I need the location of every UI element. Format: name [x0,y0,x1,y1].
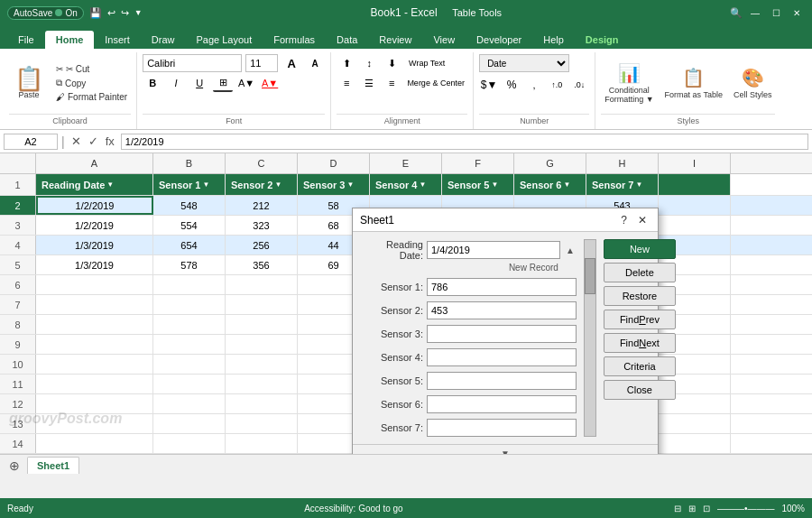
save-icon[interactable]: 💾 [89,7,102,19]
font-color-button[interactable]: A▼ [260,74,280,92]
new-record-button[interactable]: New [604,239,676,259]
cell-a11[interactable] [36,375,153,393]
tab-view[interactable]: View [422,31,466,49]
tab-insert[interactable]: Insert [94,31,141,49]
zoom-slider[interactable]: ———•——— [717,504,775,513]
customize-icon[interactable]: ▼ [134,8,143,17]
format-as-table-button[interactable]: 📋 Format as Table [661,63,726,103]
formula-input[interactable] [121,134,808,150]
font-family-input[interactable] [143,54,242,72]
dialog-close-button[interactable]: ✕ [634,214,651,227]
header-cell-sensor7[interactable]: Sensor 7▼ [586,174,659,195]
cell-i2[interactable] [659,196,731,215]
cell-c3[interactable]: 323 [226,216,298,235]
col-header-a[interactable]: A [36,153,153,173]
cell-b10[interactable] [153,355,226,374]
sheet-tab-sheet1[interactable]: Sheet1 [27,457,79,474]
wrap-text-button[interactable]: Wrap Text [404,54,449,72]
header-cell-sensor6[interactable]: Sensor 6▼ [514,174,586,195]
autosave-toggle[interactable]: AutoSave On [7,6,84,20]
criteria-button[interactable]: Criteria [604,356,676,376]
align-top-button[interactable]: ⬆ [337,54,356,72]
font-size-input[interactable] [245,54,278,72]
redo-icon[interactable]: ↪ [121,7,129,19]
align-right-button[interactable]: ≡ [382,74,401,92]
tab-formulas[interactable]: Formulas [263,31,326,49]
cell-b8[interactable] [153,315,226,334]
cell-a2[interactable]: 1/2/2019 [36,196,153,215]
align-left-button[interactable]: ≡ [337,74,356,92]
conditional-formatting-button[interactable]: 📊 ConditionalFormatting ▼ [601,59,657,107]
align-bottom-button[interactable]: ⬇ [382,54,401,72]
decimal-increase-button[interactable]: ↑.0 [547,76,567,94]
cell-b2[interactable]: 548 [153,196,226,215]
view-normal-button[interactable]: ⊟ [674,504,681,513]
cell-styles-button[interactable]: 🎨 Cell Styles [730,63,776,103]
header-cell-sensor4[interactable]: Sensor 4▼ [370,174,442,195]
cell-reference-box[interactable] [4,134,58,150]
border-button[interactable]: ⊞ [213,74,233,92]
bold-button[interactable]: B [143,74,162,92]
confirm-formula-button[interactable]: ✓ [86,134,101,148]
merge-center-button[interactable]: Merge & Center [404,74,467,92]
cell-i3[interactable] [659,216,731,235]
insert-function-button[interactable]: fx [103,134,117,148]
cell-c6[interactable] [226,275,298,294]
reading-date-input[interactable] [427,241,560,259]
col-header-e[interactable]: E [370,153,442,173]
dialog-scroll-down-icon[interactable]: ▼ [501,449,510,454]
sensor1-input[interactable] [427,278,577,296]
cell-b4[interactable]: 654 [153,236,226,254]
tab-help[interactable]: Help [532,31,575,49]
cell-a6[interactable] [36,275,153,294]
tab-design[interactable]: Design [575,31,630,49]
cell-b14[interactable] [153,434,226,453]
cell-b7[interactable] [153,295,226,314]
find-prev-button[interactable]: Find Prev [604,310,676,329]
paste-button[interactable]: 📋 Paste [9,63,49,103]
decimal-decrease-button[interactable]: .0↓ [569,76,589,94]
align-middle-button[interactable]: ↕ [359,54,379,72]
align-center-button[interactable]: ☰ [359,74,379,92]
cell-c11[interactable] [226,375,298,393]
cut-button[interactable]: ✂ ✂ Cut [52,63,131,75]
cell-c10[interactable] [226,355,298,374]
cell-b12[interactable] [153,394,226,413]
scrollbar-thumb[interactable] [585,258,595,294]
restore-button[interactable]: Restore [604,286,676,306]
cell-a4[interactable]: 1/3/2019 [36,236,153,254]
col-header-g[interactable]: G [514,153,586,173]
header-cell-reading-date[interactable]: Reading Date▼ [36,174,153,195]
cell-c2[interactable]: 212 [226,196,298,215]
sensor4-input[interactable] [427,348,577,366]
col-header-h[interactable]: H [586,153,659,173]
underline-button[interactable]: U [189,74,209,92]
maximize-button[interactable]: ☐ [768,6,785,20]
cell-b5[interactable]: 578 [153,255,226,274]
dialog-help-button[interactable]: ? [617,214,631,227]
cell-a5[interactable]: 1/3/2019 [36,255,153,274]
delete-button[interactable]: Delete [604,263,676,282]
sensor5-input[interactable] [427,372,577,390]
sensor2-input[interactable] [427,301,577,319]
cell-a10[interactable] [36,355,153,374]
cell-c14[interactable] [226,434,298,453]
format-painter-button[interactable]: 🖌 Format Painter [52,91,131,103]
header-cell-extra[interactable] [659,174,731,195]
header-cell-sensor1[interactable]: Sensor 1▼ [153,174,226,195]
currency-button[interactable]: $▼ [479,76,499,94]
comma-button[interactable]: , [524,76,544,94]
cell-b11[interactable] [153,375,226,393]
fill-color-button[interactable]: A▼ [236,74,256,92]
sensor3-input[interactable] [427,325,577,343]
header-cell-sensor3[interactable]: Sensor 3▼ [298,174,370,195]
cell-b9[interactable] [153,335,226,354]
sensor6-input[interactable] [427,395,577,413]
tab-home[interactable]: Home [45,31,95,49]
tab-file[interactable]: File [7,31,45,49]
view-layout-button[interactable]: ⊞ [688,504,696,513]
cell-c12[interactable] [226,394,298,413]
cell-a3[interactable]: 1/2/2019 [36,216,153,235]
font-size-increase-button[interactable]: A [281,54,301,72]
cell-c5[interactable]: 356 [226,255,298,274]
